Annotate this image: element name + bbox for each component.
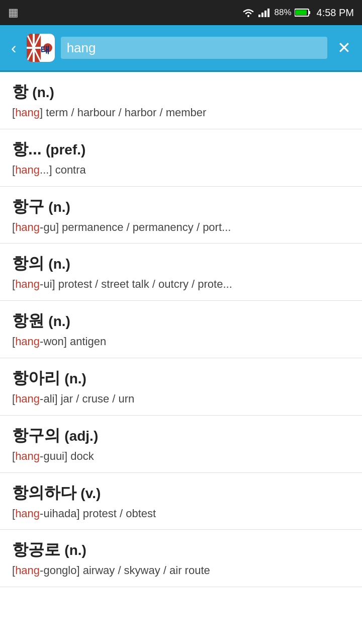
entry-3-highlight: hang	[15, 221, 40, 233]
entry-3-korean: 항구	[12, 197, 44, 215]
entry-3-pos: (n.)	[48, 199, 70, 215]
entry-5-pos: (n.)	[48, 313, 70, 329]
entry-4-definition: [hang-ui] protest / street talk / outcry…	[12, 277, 350, 292]
entry-1-highlight: hang	[15, 106, 40, 119]
entry-9-korean: 항공로	[12, 540, 60, 558]
entry-5-highlight: hang	[15, 335, 40, 348]
entry-7-pos: (adj.)	[64, 428, 98, 444]
entry-4-korean: 항의	[12, 254, 44, 272]
entry-8-highlight: hang	[15, 507, 40, 520]
entry-5-korean: 항원	[12, 311, 44, 330]
status-icons: 88% 4:58 PM	[242, 7, 354, 19]
entry-5-header: 항원 (n.)	[12, 310, 350, 332]
entry-5-definition: [hang-won] antigen	[12, 334, 350, 350]
entry-6-highlight: hang	[15, 392, 40, 405]
entry-5[interactable]: 항원 (n.) [hang-won] antigen	[0, 301, 362, 358]
svg-rect-3	[264, 11, 266, 17]
entry-1-definition: [hang] term / harbour / harbor / member	[12, 105, 350, 121]
entry-1-pos: (n.)	[32, 85, 54, 100]
entry-9-highlight: hang	[15, 564, 40, 577]
entry-9[interactable]: 항공로 (n.) [hang-gonglo] airway / skyway /…	[0, 530, 362, 587]
entries-list: 항 (n.) [hang] term / harbour / harbor / …	[0, 72, 362, 587]
entry-4-header: 항의 (n.)	[12, 253, 350, 275]
svg-rect-1	[258, 15, 260, 17]
svg-point-0	[247, 15, 249, 17]
entry-2-definition: [hang...] contra	[12, 163, 350, 178]
entry-8-header: 항의하다 (v.)	[12, 482, 350, 504]
svg-rect-6	[309, 11, 310, 14]
entry-7-korean: 항구의	[12, 426, 60, 444]
entry-4[interactable]: 항의 (n.) [hang-ui] protest / street talk …	[0, 244, 362, 301]
entry-3-definition: [hang-gu] permanence / permanency / port…	[12, 220, 350, 235]
entry-1[interactable]: 항 (n.) [hang] term / harbour / harbor / …	[0, 72, 362, 129]
entry-6-pos: (n.)	[64, 371, 86, 386]
wifi-icon	[242, 8, 255, 18]
entry-7-definition: [hang-guui] dock	[12, 449, 350, 464]
entry-6-header: 항아리 (n.)	[12, 367, 350, 389]
entry-3-header: 항구 (n.)	[12, 196, 350, 218]
search-input-value: hang	[67, 40, 321, 56]
battery-icon	[295, 8, 311, 17]
entry-8-korean: 항의하다	[12, 484, 76, 502]
entry-1-korean: 항	[12, 83, 28, 101]
app-icon: 태	[27, 34, 55, 62]
header-bar: ‹ 태 hang ✕	[0, 25, 362, 70]
app-flag-icon: 태	[27, 34, 55, 62]
entry-2-korean: 항...	[12, 140, 42, 158]
entry-9-definition: [hang-gonglo] airway / skyway / air rout…	[12, 563, 350, 579]
battery-text: 88%	[274, 8, 291, 18]
entry-4-highlight: hang	[15, 278, 40, 290]
status-bar: ▦ 88% 4:58 PM	[0, 0, 362, 25]
svg-rect-2	[261, 13, 263, 17]
svg-rect-7	[296, 10, 307, 15]
search-bar[interactable]: hang	[61, 37, 327, 59]
entry-2[interactable]: 항... (pref.) [hang...] contra	[0, 129, 362, 187]
signal-icon	[258, 8, 271, 18]
entry-7-highlight: hang	[15, 450, 40, 462]
close-button[interactable]: ✕	[333, 36, 355, 59]
entry-8-pos: (v.)	[80, 486, 101, 501]
entry-6-korean: 항아리	[12, 369, 60, 387]
entry-8-definition: [hang-uihada] protest / obtest	[12, 506, 350, 522]
entry-2-highlight: hang	[15, 164, 40, 176]
entry-8[interactable]: 항의하다 (v.) [hang-uihada] protest / obtest	[0, 473, 362, 530]
entry-4-pos: (n.)	[48, 256, 70, 272]
svg-text:태: 태	[41, 45, 50, 55]
entry-9-pos: (n.)	[64, 542, 86, 558]
entry-1-header: 항 (n.)	[12, 81, 350, 103]
entry-6-definition: [hang-ali] jar / cruse / urn	[12, 391, 350, 407]
entry-7[interactable]: 항구의 (adj.) [hang-guui] dock	[0, 416, 362, 473]
entry-2-pos: (pref.)	[46, 142, 85, 157]
svg-rect-4	[267, 9, 269, 17]
entry-6[interactable]: 항아리 (n.) [hang-ali] jar / cruse / urn	[0, 358, 362, 416]
sim-icon: ▦	[8, 6, 19, 19]
back-button[interactable]: ‹	[7, 37, 21, 59]
time-display: 4:58 PM	[317, 7, 354, 19]
entry-7-header: 항구의 (adj.)	[12, 425, 350, 447]
entry-2-header: 항... (pref.)	[12, 138, 350, 160]
entry-3[interactable]: 항구 (n.) [hang-gu] permanence / permanenc…	[0, 187, 362, 244]
entry-9-header: 항공로 (n.)	[12, 539, 350, 561]
